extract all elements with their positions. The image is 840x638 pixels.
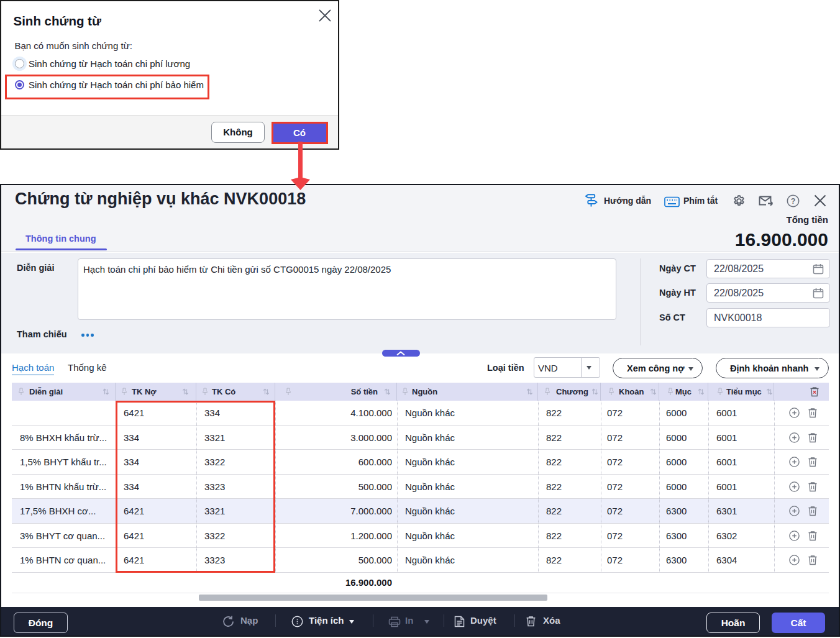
svg-text:?: ? — [791, 197, 796, 206]
